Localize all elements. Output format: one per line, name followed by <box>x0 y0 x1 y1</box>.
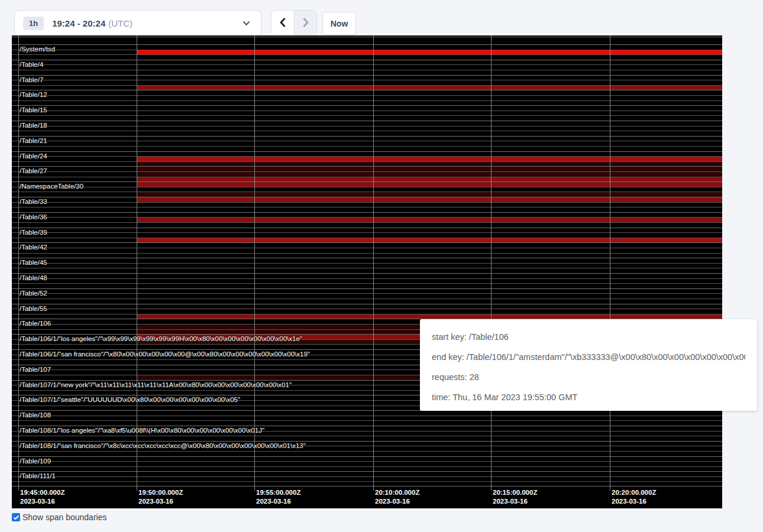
heatmap-row[interactable]: /Table/24 <box>12 151 722 167</box>
heatmap-span-lane[interactable] <box>12 121 722 126</box>
heatmap-row[interactable]: /Table/111/1 <box>12 471 722 486</box>
heatmap-span-lane[interactable] <box>12 243 722 248</box>
heatmap-span-lane[interactable] <box>12 45 722 50</box>
heatmap-span-lane[interactable] <box>12 416 722 421</box>
heatmap-span-lane[interactable] <box>12 283 722 288</box>
heatmap-row[interactable]: /Table/15 <box>12 105 722 121</box>
prev-interval-button[interactable] <box>271 11 294 36</box>
heatmap-row[interactable]: /System/tsd <box>12 44 722 60</box>
heatmap-span-lane[interactable] <box>12 466 722 472</box>
heatmap-span-lane[interactable] <box>12 248 722 253</box>
heatmap-span-lane[interactable] <box>12 80 722 85</box>
heatmap-span-lane[interactable] <box>12 289 722 294</box>
heatmap-span-lane[interactable] <box>12 274 722 278</box>
heatmap-span-lane[interactable] <box>12 131 722 136</box>
heatmap-span-lane[interactable] <box>12 50 722 55</box>
heatmap-row[interactable]: /Table/4 <box>12 60 722 75</box>
heatmap-span-lane[interactable] <box>12 309 722 314</box>
heatmap-span-lane[interactable] <box>12 268 722 273</box>
heatmap-span-lane[interactable] <box>12 192 722 197</box>
heatmap-span-lane[interactable] <box>12 156 722 161</box>
row-key-label: /Table/36 <box>20 213 47 221</box>
heatmap-span-lane[interactable] <box>12 457 722 462</box>
heatmap-row[interactable]: /Table/33 <box>12 197 722 212</box>
heatmap-span-lane[interactable] <box>12 263 722 268</box>
row-key-label: /Table/107/1/"seattle"/"UUUUUUD\x00\x80\… <box>20 396 240 404</box>
now-button[interactable]: Now <box>322 12 356 35</box>
heatmap-span-lane[interactable] <box>12 461 722 466</box>
time-range-dropdown[interactable]: 1h 19:24 - 20:24(UTC) <box>14 10 261 37</box>
heatmap-span-lane[interactable] <box>12 171 722 177</box>
key-visualizer-heatmap[interactable]: /System/tsd/Table/4/Table/7/Table/12/Tab… <box>12 35 722 508</box>
heatmap-row[interactable]: /Table/18 <box>12 121 722 136</box>
heatmap-span-lane[interactable] <box>12 76 722 80</box>
heatmap-span-lane[interactable] <box>12 253 722 258</box>
heatmap-span-lane[interactable] <box>12 258 722 263</box>
row-key-label: /Table/106/1/"san francisco"/"\x80\x00\x… <box>20 351 310 358</box>
heatmap-span-lane[interactable] <box>12 54 722 60</box>
heatmap-row[interactable]: /Table/109 <box>12 456 722 472</box>
heatmap-span-lane[interactable] <box>12 213 722 218</box>
heatmap-span-lane[interactable] <box>12 126 722 131</box>
heatmap-span-lane[interactable] <box>12 411 722 416</box>
heatmap-span-lane[interactable] <box>12 70 722 75</box>
heatmap-span-lane[interactable] <box>12 420 722 426</box>
heatmap-row[interactable]: /Table/39 <box>12 228 722 243</box>
heatmap-row[interactable]: /Table/108/1/"san francisco"/"\x8c\xcc\x… <box>12 441 722 456</box>
heatmap-span-lane[interactable] <box>12 60 722 65</box>
heatmap-row[interactable]: /Table/52 <box>12 288 722 304</box>
heatmap-row[interactable]: /Table/45 <box>12 258 722 273</box>
heatmap-span-lane[interactable] <box>12 64 722 70</box>
heatmap-span-lane[interactable] <box>12 304 722 309</box>
heatmap-span-lane[interactable] <box>12 167 722 171</box>
heat-band <box>137 162 722 167</box>
heatmap-row[interactable]: /Table/7 <box>12 75 722 90</box>
heatmap-row[interactable]: /Table/42 <box>12 242 722 258</box>
row-key-label: /Table/4 <box>20 61 43 69</box>
heatmap-span-lane[interactable] <box>12 161 722 167</box>
show-span-boundaries-checkbox[interactable] <box>12 513 20 521</box>
heatmap-row[interactable]: /Table/12 <box>12 90 722 105</box>
heatmap-span-lane[interactable] <box>12 141 722 146</box>
heatmap-span-lane[interactable] <box>12 472 722 476</box>
heatmap-row[interactable]: /NamespaceTable/30 <box>12 181 722 197</box>
heatmap-row[interactable]: /Table/108/1/"los angeles"/"\xa8\xf5\u00… <box>12 426 722 441</box>
heatmap-span-lane[interactable] <box>12 137 722 141</box>
heatmap-span-lane[interactable] <box>12 207 722 212</box>
heatmap-span-lane[interactable] <box>12 293 722 299</box>
heatmap-row[interactable]: /Table/36 <box>12 212 722 228</box>
heatmap-span-lane[interactable] <box>12 177 722 182</box>
heatmap-span-lane[interactable] <box>12 202 722 207</box>
heatmap-span-lane[interactable] <box>12 278 722 284</box>
heatmap-row[interactable]: /Table/27 <box>12 166 722 181</box>
heatmap-row[interactable]: /Table/21 <box>12 136 722 151</box>
next-interval-button[interactable] <box>294 11 316 36</box>
heatmap-row[interactable]: /Table/48 <box>12 273 722 288</box>
heatmap-span-lane[interactable] <box>12 232 722 238</box>
heatmap-span-lane[interactable] <box>12 106 722 111</box>
heatmap-span-lane[interactable] <box>12 299 722 304</box>
heatmap-span-lane[interactable] <box>12 187 722 192</box>
heatmap-span-lane[interactable] <box>12 85 722 90</box>
heatmap-span-lane[interactable] <box>12 146 722 151</box>
heatmap-span-lane[interactable] <box>12 436 722 441</box>
heatmap-span-lane[interactable] <box>12 228 722 233</box>
heatmap-span-lane[interactable] <box>12 197 722 202</box>
heatmap-span-lane[interactable] <box>12 111 722 116</box>
heatmap-span-lane[interactable] <box>12 152 722 157</box>
heatmap-span-lane[interactable] <box>12 238 722 243</box>
heatmap-span-lane[interactable] <box>12 314 722 319</box>
heatmap-span-lane[interactable] <box>12 217 722 222</box>
heatmap-span-lane[interactable] <box>12 100 722 106</box>
heatmap-span-lane[interactable] <box>12 90 722 95</box>
heatmap-row[interactable]: /Table/108 <box>12 410 722 426</box>
heatmap-span-lane[interactable] <box>12 222 722 228</box>
heatmap-span-lane[interactable] <box>12 95 722 100</box>
row-key-label: /Table/111/1 <box>20 472 56 480</box>
heatmap-span-lane[interactable] <box>12 182 722 187</box>
heatmap-span-lane[interactable] <box>12 481 722 486</box>
heatmap-row[interactable]: /Table/55 <box>12 304 722 319</box>
heatmap-span-lane[interactable] <box>12 115 722 121</box>
heatmap-span-lane[interactable] <box>12 476 722 481</box>
heatmap-span-lane[interactable] <box>12 451 722 456</box>
